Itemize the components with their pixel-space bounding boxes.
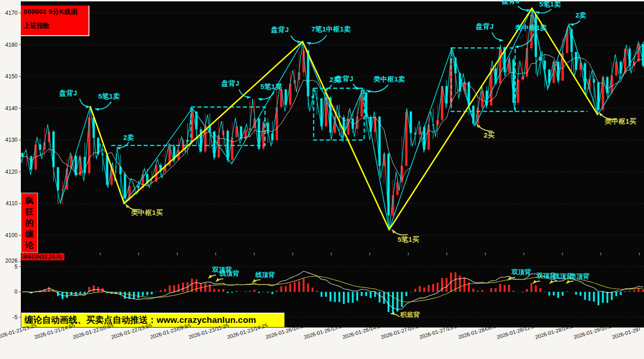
- annotation-label: 5笔1卖: [260, 83, 282, 90]
- annotation-label: 5笔1卖: [98, 93, 120, 100]
- y-axis-label: 4130: [0, 137, 18, 143]
- annotation-label: 类顶背: [570, 273, 589, 279]
- annotation-label: 盘背J: [59, 89, 77, 96]
- y-axis-label: -5: [0, 314, 18, 321]
- y-axis-label: 4120: [0, 169, 18, 175]
- watermark-char: 疯: [25, 195, 34, 206]
- annotation-label: 盘背J: [476, 23, 493, 30]
- chart-window: 000001 5分K线图 上证指数 疯狂的缠论 MACD(12,26,9) 缠论…: [0, 0, 644, 359]
- y-axis-label: 4100: [0, 232, 18, 239]
- annotation-label: 盘背J: [335, 75, 353, 82]
- watermark-vertical-box: 疯狂的缠论: [21, 193, 38, 253]
- annotation-label: 5笔1卖: [539, 0, 561, 7]
- y-axis-label: 5: [0, 264, 18, 270]
- watermark-char: 狂: [25, 206, 34, 217]
- annotation-label: 积底背: [400, 311, 420, 318]
- annotation-label: 盘背J: [221, 80, 239, 87]
- annotation-label: 双顶背: [511, 269, 531, 275]
- y-axis-label: 0: [0, 289, 18, 295]
- annotation-label: 2卖: [575, 12, 586, 19]
- symbol-name-line: 上证指数: [24, 22, 87, 30]
- promo-banner[interactable]: 缠论自动画线、买卖点自动推送：www.crazychanlun.com: [21, 313, 284, 327]
- annotation-label: 盘背J: [502, 0, 519, 4]
- y-axis-label: 4170: [0, 10, 18, 16]
- annotation-label: 线顶背: [255, 271, 275, 278]
- symbol-code-line: 000001 5分K线图: [24, 8, 87, 16]
- annotation-label: 5笔1买: [398, 236, 419, 243]
- annotation-label: 2卖: [123, 134, 134, 141]
- annotation-label: 7笔1中枢1卖: [311, 25, 351, 32]
- annotation-label: 类中枢1卖: [515, 24, 547, 31]
- watermark-char: 缠: [25, 228, 34, 239]
- y-axis-label: 4140: [0, 105, 18, 112]
- macd-indicator-label: MACD(12,26,9): [21, 253, 64, 260]
- annotation-label: 类中枢1买: [605, 118, 636, 125]
- symbol-title-box: 000001 5分K线图 上证指数: [21, 6, 89, 36]
- y-axis-label: 4110: [0, 200, 18, 207]
- watermark-char: 的: [25, 217, 34, 228]
- y-axis-label: 4150: [0, 73, 18, 80]
- annotation-label: 类中枢1卖: [373, 76, 405, 82]
- kline-chart-canvas: [0, 0, 644, 359]
- annotation-label: 2买: [484, 132, 494, 139]
- y-axis-label: 4160: [0, 42, 18, 48]
- annotation-label: 线顶背: [220, 270, 239, 277]
- watermark-char: 论: [25, 239, 34, 251]
- annotation-label: 类中枢1买: [131, 209, 163, 216]
- annotation-label: 盘背J: [271, 26, 289, 33]
